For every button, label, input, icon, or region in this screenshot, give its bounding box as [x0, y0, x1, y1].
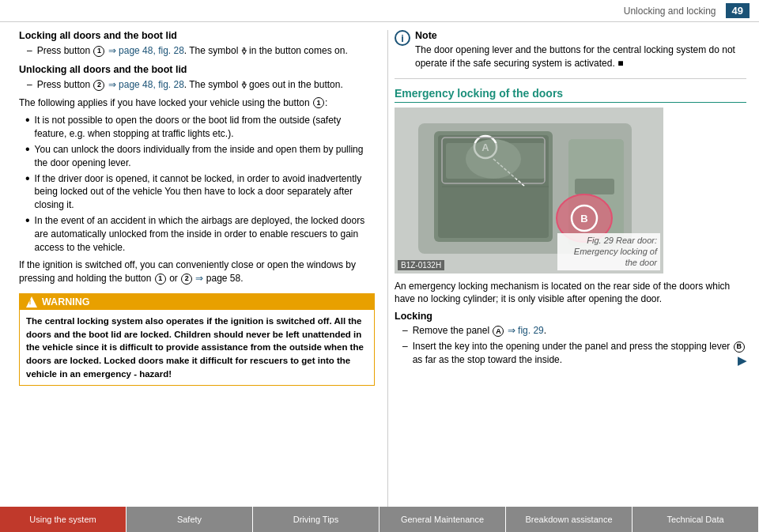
- circle-2: 2: [93, 80, 104, 91]
- circle-A: A: [493, 326, 504, 337]
- bullet-text-2: You can unlock the doors individually fr…: [35, 143, 375, 170]
- circle-1: 1: [93, 46, 104, 57]
- circle-1b: 1: [313, 97, 324, 108]
- content-area: Locking all doors and the boot lid – Pre…: [0, 22, 759, 507]
- nav-item-using-system[interactable]: Using the system: [0, 507, 126, 532]
- ignition-text: If the ignition is switched off, you can…: [19, 258, 375, 285]
- locking-heading: Locking: [395, 311, 746, 322]
- fig-id: B1Z-0132H: [398, 260, 444, 270]
- emergency-body-text: An emergency locking mechanism is locate…: [395, 280, 746, 307]
- nav-item-driving-tips[interactable]: Driving Tips: [253, 507, 380, 532]
- bottom-nav: Using the system Safety Driving Tips Gen…: [0, 507, 759, 532]
- section2-item1-text: Press button 2 ⇒ page 48, fig. 28. The s…: [37, 78, 343, 92]
- car-image-container: A B B1Z-0132H Fig. 29 Rear door: Emergen…: [395, 108, 663, 274]
- locking-step2: – Insert the key into the opening under …: [402, 340, 746, 368]
- nav-label-using-system: Using the system: [29, 515, 96, 524]
- bullet-text-4: In the event of an accident in which the…: [35, 214, 375, 254]
- warning-label: WARNING: [42, 296, 89, 308]
- nav-label-general-maintenance: General Maintenance: [401, 515, 484, 524]
- bullet-dot-4: •: [25, 214, 30, 227]
- step2-text: Insert the key into the opening under th…: [413, 340, 746, 368]
- bullet-item-3: • If the driver door is opened, it canno…: [25, 172, 375, 212]
- bullet-text-1: It is not possible to open the doors or …: [35, 114, 375, 141]
- note-text: The door opening lever and the buttons f…: [415, 43, 746, 70]
- right-column: i Note The door opening lever and the bu…: [387, 30, 759, 507]
- nav-label-breakdown: Breakdown assistance: [525, 515, 612, 524]
- note-icon: i: [395, 30, 410, 46]
- svg-rect-14: [446, 143, 545, 179]
- warning-triangle-icon: !: [26, 296, 37, 308]
- step1-dash: –: [402, 324, 408, 338]
- circle-2b: 2: [181, 274, 192, 285]
- circle-B: B: [734, 341, 745, 353]
- warning-box: ! WARNING The central locking system als…: [19, 293, 375, 386]
- next-arrow-icon: ▶: [738, 353, 746, 369]
- bullet-dot-1: •: [25, 114, 30, 126]
- nav-label-technical-data: Technical Data: [666, 515, 723, 524]
- nav-item-breakdown[interactable]: Breakdown assistance: [506, 507, 632, 532]
- follows-text: The following applies if you have locked…: [19, 96, 375, 110]
- nav-label-safety: Safety: [177, 515, 202, 524]
- dash-icon: –: [27, 44, 32, 58]
- nav-label-driving-tips: Driving Tips: [293, 515, 338, 524]
- fig-caption: Fig. 29 Rear door: Emergency locking of …: [557, 233, 660, 270]
- note-title: Note: [415, 30, 746, 41]
- section1-item1: – Press button 1 ⇒ page 48, fig. 28. The…: [27, 44, 375, 58]
- section2-item1: – Press button 2 ⇒ page 48, fig. 28. The…: [27, 78, 375, 92]
- header-title: Unlocking and locking: [624, 6, 716, 17]
- step2-dash: –: [402, 340, 408, 368]
- nav-item-technical-data[interactable]: Technical Data: [632, 507, 759, 532]
- bullet-dot-2: •: [25, 143, 30, 156]
- bullet-item-1: • It is not possible to open the doors o…: [25, 114, 375, 141]
- left-column: Locking all doors and the boot lid – Pre…: [0, 30, 387, 507]
- page-number: 49: [726, 3, 750, 18]
- section1-heading: Locking all doors and the boot lid: [19, 30, 375, 41]
- circle-1c: 1: [155, 274, 166, 285]
- bullet-item-4: • In the event of an accident in which t…: [25, 214, 375, 254]
- dash-icon2: –: [27, 78, 32, 92]
- note-box: i Note The door opening lever and the bu…: [395, 30, 746, 70]
- svg-text:B: B: [580, 213, 587, 224]
- locking-step1: – Remove the panel A ⇒ fig. 29.: [402, 324, 746, 338]
- step1-text: Remove the panel A ⇒ fig. 29.: [413, 324, 546, 338]
- warning-header: ! WARNING: [20, 294, 374, 310]
- bullet-item-2: • You can unlock the doors individually …: [25, 143, 375, 170]
- bullet-dot-3: •: [25, 172, 30, 185]
- section1-item1-text: Press button 1 ⇒ page 48, fig. 28. The s…: [37, 44, 348, 58]
- nav-item-general-maintenance[interactable]: General Maintenance: [380, 507, 506, 532]
- note-content: Note The door opening lever and the butt…: [415, 30, 746, 70]
- emergency-section-title: Emergency locking of the doors: [395, 87, 746, 103]
- bullet-text-3: If the driver door is opened, it cannot …: [35, 172, 375, 212]
- section2-heading: Unlocking all doors and the boot lid: [19, 64, 375, 75]
- header: Unlocking and locking 49: [0, 0, 759, 22]
- svg-rect-6: [575, 179, 614, 194]
- warning-body: The central locking system also operates…: [20, 310, 374, 385]
- separator: [395, 78, 746, 79]
- nav-item-safety[interactable]: Safety: [126, 507, 253, 532]
- bullet-list: • It is not possible to open the doors o…: [25, 114, 375, 254]
